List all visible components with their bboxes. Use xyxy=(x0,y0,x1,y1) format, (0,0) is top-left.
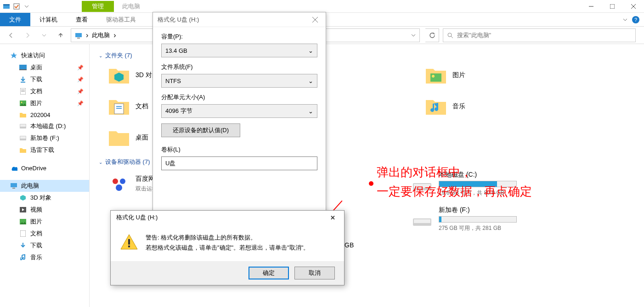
cancel-button[interactable]: 取消 xyxy=(294,267,335,279)
sidebar-item-drive-f[interactable]: 新加卷 (F:) xyxy=(0,132,89,144)
svg-rect-8 xyxy=(77,38,80,39)
drive-icon xyxy=(411,173,433,195)
dialog-titlebar[interactable]: 格式化 U盘 (H:) ✕ xyxy=(111,211,344,224)
svg-rect-1 xyxy=(3,4,10,6)
dialog-titlebar[interactable]: 格式化 U盘 (H:) xyxy=(153,12,326,27)
folder-icon xyxy=(19,111,27,118)
sidebar-item-music[interactable]: 音乐 xyxy=(0,251,89,263)
sidebar-this-pc[interactable]: 此电脑 xyxy=(0,180,89,192)
sidebar-item-3d[interactable]: 3D 对象 xyxy=(0,192,89,204)
sidebar-item-downloads[interactable]: 下载📌 xyxy=(0,73,89,85)
breadcrumb-sep: › xyxy=(86,31,88,39)
manage-tab[interactable]: 管理 xyxy=(82,1,114,12)
allocation-select[interactable]: 4096 字节⌄ xyxy=(161,104,317,118)
back-button[interactable] xyxy=(5,29,17,42)
folder-icon xyxy=(108,64,130,86)
sidebar-item-documents[interactable]: 文档 xyxy=(0,228,89,240)
capacity-label: 容量(P): xyxy=(161,33,317,41)
drive-detail: 275 GB 可用，共 281 GB xyxy=(439,224,517,232)
help-icon[interactable]: ? xyxy=(632,16,639,23)
svg-point-29 xyxy=(432,75,435,78)
tab-view[interactable]: 查看 xyxy=(67,13,97,26)
tab-drive-tools[interactable]: 驱动器工具 xyxy=(97,13,145,26)
capacity-select[interactable]: 13.4 GB⌄ xyxy=(161,44,317,57)
svg-point-35 xyxy=(116,184,122,191)
allocation-label: 分配单元大小(A) xyxy=(161,93,317,101)
svg-point-18 xyxy=(21,102,23,103)
maximize-button[interactable] xyxy=(602,0,623,13)
forward-button[interactable] xyxy=(21,29,34,42)
warning-icon xyxy=(120,233,138,251)
folder-icon xyxy=(425,64,447,86)
svg-line-10 xyxy=(451,36,453,38)
svg-rect-23 xyxy=(11,183,17,187)
svg-rect-7 xyxy=(75,33,82,37)
sidebar-item-drive-d[interactable]: 本地磁盘 (D:) xyxy=(0,120,89,132)
sidebar-onedrive[interactable]: OneDrive xyxy=(0,162,89,173)
svg-rect-2 xyxy=(14,4,19,9)
search-box[interactable] xyxy=(443,28,636,42)
sidebar-item-folder-202004[interactable]: 202004 xyxy=(0,109,89,120)
sidebar-item-pictures[interactable]: 图片 xyxy=(0,216,89,228)
sidebar-item-videos[interactable]: 视频 xyxy=(0,204,89,216)
warning-line2: 若想格式化该磁盘，请单击"确定"。若想退出，请单击"取消"。 xyxy=(146,243,309,253)
checkbox-icon[interactable] xyxy=(13,3,20,10)
close-icon[interactable]: ✕ xyxy=(327,212,339,223)
chevron-down-icon: ⌄ xyxy=(99,160,102,165)
sidebar-item-documents[interactable]: 文档📌 xyxy=(0,85,89,97)
sidebar-item-desktop[interactable]: 桌面📌 xyxy=(0,61,89,73)
annotation-dot xyxy=(369,181,373,186)
sidebar-item-label: 图片 xyxy=(30,218,42,226)
documents-icon xyxy=(19,230,27,237)
svg-rect-40 xyxy=(414,219,430,223)
sidebar-item-label: 图片 xyxy=(30,99,42,107)
sidebar-item-label: 下载 xyxy=(30,75,42,84)
dialog-title: 格式化 U盘 (H:) xyxy=(158,16,199,24)
folder-pictures[interactable]: 图片 xyxy=(425,64,540,86)
documents-icon xyxy=(19,88,27,95)
recent-dropdown[interactable] xyxy=(38,29,51,42)
videos-icon xyxy=(19,206,27,213)
sidebar-item-label: 此电脑 xyxy=(21,182,39,190)
ok-button[interactable]: 确定 xyxy=(249,267,289,279)
sidebar-item-thunder[interactable]: 迅雷下载 xyxy=(0,144,89,156)
chevron-down-icon: ⌄ xyxy=(308,78,313,84)
restore-defaults-button[interactable]: 还原设备的默认值(D) xyxy=(161,123,240,137)
drive-icon xyxy=(411,208,433,230)
drive-c[interactable]: 本地磁盘 (C:) 19.6 GB 可用，共 80.0 GB xyxy=(411,171,531,197)
group-label: 设备和驱动器 (7) xyxy=(105,158,150,166)
drive-name: 新加卷 (F:) xyxy=(439,206,517,214)
star-icon xyxy=(10,52,17,59)
up-button[interactable] xyxy=(54,29,67,42)
music-icon xyxy=(19,254,27,261)
folder-icon xyxy=(108,127,130,149)
address-dropdown-icon[interactable] xyxy=(411,33,416,38)
svg-rect-20 xyxy=(20,124,26,127)
3d-icon xyxy=(19,194,27,201)
folder-music[interactable]: 音乐 xyxy=(425,95,540,117)
titlebar: 管理 此电脑 xyxy=(0,0,644,13)
select-value: 13.4 GB xyxy=(165,47,187,54)
minimize-button[interactable] xyxy=(581,0,602,13)
tab-computer[interactable]: 计算机 xyxy=(30,13,67,26)
sidebar-item-label: 文档 xyxy=(30,87,42,95)
search-input[interactable] xyxy=(457,32,632,39)
folder-icon xyxy=(19,146,27,154)
sidebar-item-downloads[interactable]: 下载 xyxy=(0,240,89,251)
sidebar-item-label: 桌面 xyxy=(30,63,42,72)
filesystem-select[interactable]: NTFS⌄ xyxy=(161,74,317,88)
close-button[interactable] xyxy=(623,0,644,13)
tab-file[interactable]: 文件 xyxy=(0,13,30,26)
warning-dialog: 格式化 U盘 (H:) ✕ 警告: 格式化将删除该磁盘上的所有数据。 若想格式化… xyxy=(110,210,345,285)
sidebar-item-label: 迅雷下载 xyxy=(30,146,54,154)
close-icon[interactable] xyxy=(309,14,321,26)
breadcrumb-segment[interactable]: 此电脑 xyxy=(92,31,110,39)
sidebar-item-pictures[interactable]: 图片📌 xyxy=(0,97,89,109)
sidebar-quick-access[interactable]: 快速访问 xyxy=(0,50,89,61)
dropdown-icon[interactable] xyxy=(23,3,30,10)
volume-input[interactable] xyxy=(161,156,317,170)
window-title: 此电脑 xyxy=(122,2,140,11)
ribbon-expand-icon[interactable] xyxy=(623,17,627,22)
drive-f[interactable]: 新加卷 (F:) 275 GB 可用，共 281 GB xyxy=(411,206,531,232)
refresh-button[interactable] xyxy=(425,28,439,42)
